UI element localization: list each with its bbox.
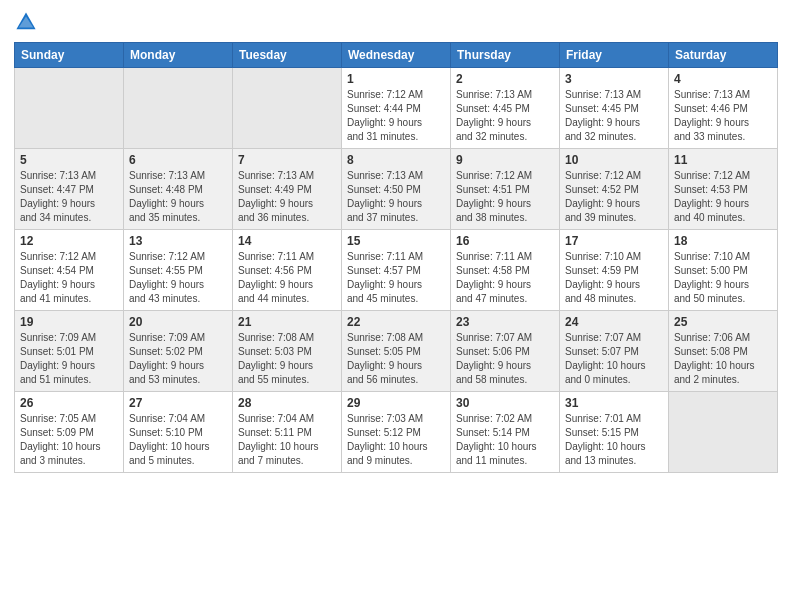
day-info: Sunrise: 7:11 AM Sunset: 4:56 PM Dayligh… [238, 250, 336, 306]
day-number: 8 [347, 153, 445, 167]
weekday-header-saturday: Saturday [669, 43, 778, 68]
day-number: 11 [674, 153, 772, 167]
day-number: 18 [674, 234, 772, 248]
day-number: 31 [565, 396, 663, 410]
day-info: Sunrise: 7:05 AM Sunset: 5:09 PM Dayligh… [20, 412, 118, 468]
calendar-page: SundayMondayTuesdayWednesdayThursdayFrid… [0, 0, 792, 612]
day-cell: 8Sunrise: 7:13 AM Sunset: 4:50 PM Daylig… [342, 149, 451, 230]
day-number: 7 [238, 153, 336, 167]
day-info: Sunrise: 7:06 AM Sunset: 5:08 PM Dayligh… [674, 331, 772, 387]
day-cell: 6Sunrise: 7:13 AM Sunset: 4:48 PM Daylig… [124, 149, 233, 230]
day-number: 16 [456, 234, 554, 248]
week-row-3: 12Sunrise: 7:12 AM Sunset: 4:54 PM Dayli… [15, 230, 778, 311]
day-cell [124, 68, 233, 149]
day-info: Sunrise: 7:09 AM Sunset: 5:01 PM Dayligh… [20, 331, 118, 387]
day-cell: 10Sunrise: 7:12 AM Sunset: 4:52 PM Dayli… [560, 149, 669, 230]
day-info: Sunrise: 7:12 AM Sunset: 4:51 PM Dayligh… [456, 169, 554, 225]
day-number: 25 [674, 315, 772, 329]
day-info: Sunrise: 7:13 AM Sunset: 4:46 PM Dayligh… [674, 88, 772, 144]
day-info: Sunrise: 7:11 AM Sunset: 4:57 PM Dayligh… [347, 250, 445, 306]
day-cell: 12Sunrise: 7:12 AM Sunset: 4:54 PM Dayli… [15, 230, 124, 311]
week-row-4: 19Sunrise: 7:09 AM Sunset: 5:01 PM Dayli… [15, 311, 778, 392]
day-cell: 23Sunrise: 7:07 AM Sunset: 5:06 PM Dayli… [451, 311, 560, 392]
day-info: Sunrise: 7:09 AM Sunset: 5:02 PM Dayligh… [129, 331, 227, 387]
day-info: Sunrise: 7:13 AM Sunset: 4:48 PM Dayligh… [129, 169, 227, 225]
day-info: Sunrise: 7:13 AM Sunset: 4:49 PM Dayligh… [238, 169, 336, 225]
day-cell: 2Sunrise: 7:13 AM Sunset: 4:45 PM Daylig… [451, 68, 560, 149]
day-number: 24 [565, 315, 663, 329]
day-number: 12 [20, 234, 118, 248]
day-number: 20 [129, 315, 227, 329]
day-info: Sunrise: 7:04 AM Sunset: 5:10 PM Dayligh… [129, 412, 227, 468]
day-cell: 5Sunrise: 7:13 AM Sunset: 4:47 PM Daylig… [15, 149, 124, 230]
weekday-header-thursday: Thursday [451, 43, 560, 68]
day-number: 17 [565, 234, 663, 248]
day-info: Sunrise: 7:08 AM Sunset: 5:05 PM Dayligh… [347, 331, 445, 387]
day-cell: 26Sunrise: 7:05 AM Sunset: 5:09 PM Dayli… [15, 392, 124, 473]
weekday-header-tuesday: Tuesday [233, 43, 342, 68]
day-cell: 16Sunrise: 7:11 AM Sunset: 4:58 PM Dayli… [451, 230, 560, 311]
day-cell: 19Sunrise: 7:09 AM Sunset: 5:01 PM Dayli… [15, 311, 124, 392]
day-info: Sunrise: 7:02 AM Sunset: 5:14 PM Dayligh… [456, 412, 554, 468]
day-info: Sunrise: 7:12 AM Sunset: 4:44 PM Dayligh… [347, 88, 445, 144]
day-number: 1 [347, 72, 445, 86]
day-info: Sunrise: 7:07 AM Sunset: 5:07 PM Dayligh… [565, 331, 663, 387]
day-number: 2 [456, 72, 554, 86]
weekday-header-friday: Friday [560, 43, 669, 68]
week-row-5: 26Sunrise: 7:05 AM Sunset: 5:09 PM Dayli… [15, 392, 778, 473]
day-info: Sunrise: 7:08 AM Sunset: 5:03 PM Dayligh… [238, 331, 336, 387]
day-info: Sunrise: 7:12 AM Sunset: 4:52 PM Dayligh… [565, 169, 663, 225]
day-number: 19 [20, 315, 118, 329]
day-cell: 25Sunrise: 7:06 AM Sunset: 5:08 PM Dayli… [669, 311, 778, 392]
day-cell: 27Sunrise: 7:04 AM Sunset: 5:10 PM Dayli… [124, 392, 233, 473]
day-cell: 3Sunrise: 7:13 AM Sunset: 4:45 PM Daylig… [560, 68, 669, 149]
day-info: Sunrise: 7:10 AM Sunset: 4:59 PM Dayligh… [565, 250, 663, 306]
day-cell [233, 68, 342, 149]
day-number: 28 [238, 396, 336, 410]
day-info: Sunrise: 7:01 AM Sunset: 5:15 PM Dayligh… [565, 412, 663, 468]
day-number: 21 [238, 315, 336, 329]
day-number: 29 [347, 396, 445, 410]
day-cell: 21Sunrise: 7:08 AM Sunset: 5:03 PM Dayli… [233, 311, 342, 392]
day-number: 23 [456, 315, 554, 329]
day-cell: 1Sunrise: 7:12 AM Sunset: 4:44 PM Daylig… [342, 68, 451, 149]
day-number: 6 [129, 153, 227, 167]
day-cell: 20Sunrise: 7:09 AM Sunset: 5:02 PM Dayli… [124, 311, 233, 392]
day-info: Sunrise: 7:04 AM Sunset: 5:11 PM Dayligh… [238, 412, 336, 468]
day-number: 22 [347, 315, 445, 329]
header [14, 10, 778, 34]
day-info: Sunrise: 7:13 AM Sunset: 4:50 PM Dayligh… [347, 169, 445, 225]
day-info: Sunrise: 7:13 AM Sunset: 4:45 PM Dayligh… [456, 88, 554, 144]
day-cell: 28Sunrise: 7:04 AM Sunset: 5:11 PM Dayli… [233, 392, 342, 473]
day-info: Sunrise: 7:12 AM Sunset: 4:55 PM Dayligh… [129, 250, 227, 306]
day-cell: 30Sunrise: 7:02 AM Sunset: 5:14 PM Dayli… [451, 392, 560, 473]
logo-icon [14, 10, 38, 34]
day-info: Sunrise: 7:07 AM Sunset: 5:06 PM Dayligh… [456, 331, 554, 387]
weekday-header-wednesday: Wednesday [342, 43, 451, 68]
day-cell: 9Sunrise: 7:12 AM Sunset: 4:51 PM Daylig… [451, 149, 560, 230]
week-row-2: 5Sunrise: 7:13 AM Sunset: 4:47 PM Daylig… [15, 149, 778, 230]
calendar-table: SundayMondayTuesdayWednesdayThursdayFrid… [14, 42, 778, 473]
day-cell: 14Sunrise: 7:11 AM Sunset: 4:56 PM Dayli… [233, 230, 342, 311]
day-number: 4 [674, 72, 772, 86]
day-cell [15, 68, 124, 149]
day-number: 9 [456, 153, 554, 167]
day-info: Sunrise: 7:11 AM Sunset: 4:58 PM Dayligh… [456, 250, 554, 306]
day-cell: 7Sunrise: 7:13 AM Sunset: 4:49 PM Daylig… [233, 149, 342, 230]
day-cell: 13Sunrise: 7:12 AM Sunset: 4:55 PM Dayli… [124, 230, 233, 311]
day-cell: 15Sunrise: 7:11 AM Sunset: 4:57 PM Dayli… [342, 230, 451, 311]
day-cell [669, 392, 778, 473]
day-info: Sunrise: 7:10 AM Sunset: 5:00 PM Dayligh… [674, 250, 772, 306]
day-number: 3 [565, 72, 663, 86]
day-number: 13 [129, 234, 227, 248]
day-number: 5 [20, 153, 118, 167]
day-cell: 18Sunrise: 7:10 AM Sunset: 5:00 PM Dayli… [669, 230, 778, 311]
day-cell: 24Sunrise: 7:07 AM Sunset: 5:07 PM Dayli… [560, 311, 669, 392]
day-cell: 11Sunrise: 7:12 AM Sunset: 4:53 PM Dayli… [669, 149, 778, 230]
weekday-header-monday: Monday [124, 43, 233, 68]
day-number: 30 [456, 396, 554, 410]
day-info: Sunrise: 7:12 AM Sunset: 4:53 PM Dayligh… [674, 169, 772, 225]
day-cell: 29Sunrise: 7:03 AM Sunset: 5:12 PM Dayli… [342, 392, 451, 473]
day-info: Sunrise: 7:13 AM Sunset: 4:45 PM Dayligh… [565, 88, 663, 144]
day-number: 10 [565, 153, 663, 167]
